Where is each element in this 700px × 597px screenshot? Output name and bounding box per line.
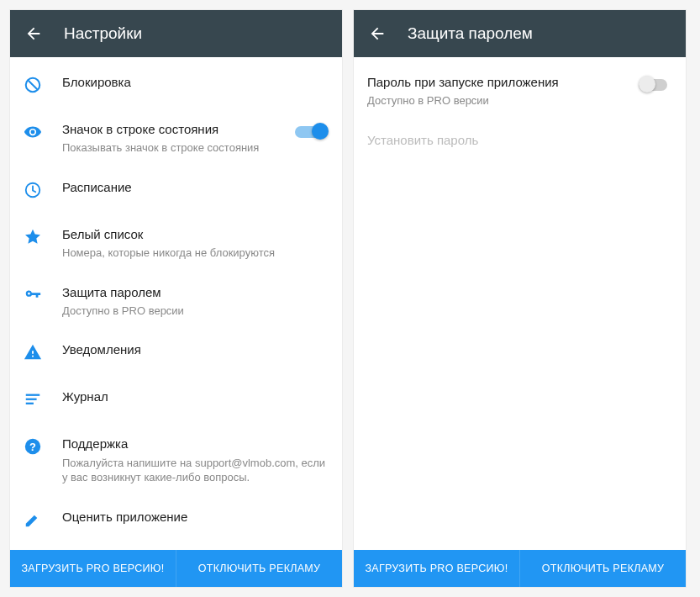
download-pro-button[interactable]: ЗАГРУЗИТЬ PRO ВЕРСИЮ! <box>354 550 520 587</box>
settings-item-log[interactable]: Журнал <box>10 377 342 424</box>
settings-screen: Настройки Блокировка Значок в строке сос… <box>10 10 342 587</box>
arrow-back-icon <box>368 24 387 43</box>
settings-item-label: Белый список <box>62 226 329 243</box>
settings-item-label: Журнал <box>62 388 329 405</box>
settings-item-label: Расписание <box>62 179 329 196</box>
settings-item-sub: Пожалуйста напишите на support@vlmob.com… <box>62 456 329 485</box>
statusbar-icon-switch[interactable] <box>295 123 329 141</box>
settings-item-sub: Доступно в PRO версии <box>62 304 329 319</box>
svg-line-1 <box>29 81 38 90</box>
svg-rect-4 <box>26 399 37 400</box>
settings-item-label: Защита паролем <box>62 284 329 301</box>
clock-icon <box>24 181 42 199</box>
back-button[interactable] <box>367 24 387 44</box>
settings-item-schedule[interactable]: Расписание <box>10 167 342 214</box>
svg-rect-3 <box>26 394 40 396</box>
set-password-row[interactable]: Установить пароль <box>354 120 686 161</box>
row-sub: Доступно в PRO версии <box>367 93 625 108</box>
appbar-title: Защита паролем <box>408 24 533 43</box>
block-icon <box>24 76 42 94</box>
row-title: Установить пароль <box>367 132 672 149</box>
bottom-bar: ЗАГРУЗИТЬ PRO ВЕРСИЮ! ОТКЛЮЧИТЬ РЕКЛАМУ <box>354 550 686 587</box>
appbar-title: Настройки <box>64 24 142 43</box>
password-on-launch-row[interactable]: Пароль при запуске приложения Доступно в… <box>354 62 686 120</box>
settings-item-notifications[interactable]: Уведомления <box>10 330 342 377</box>
appbar: Настройки <box>10 10 342 57</box>
arrow-back-icon <box>24 24 43 43</box>
svg-text:?: ? <box>29 441 36 453</box>
settings-item-statusbar-icon[interactable]: Значок в строке состояния Показывать зна… <box>10 109 342 167</box>
settings-item-rate[interactable]: Оценить приложение <box>10 497 342 544</box>
settings-item-whitelist[interactable]: Белый список Номера, которые никогда не … <box>10 214 342 272</box>
disable-ads-button[interactable]: ОТКЛЮЧИТЬ РЕКЛАМУ <box>520 550 686 587</box>
settings-item-sub: Номера, которые никогда не блокируются <box>62 246 329 261</box>
password-screen: Защита паролем Пароль при запуске прилож… <box>354 10 686 587</box>
settings-item-label: Поддержка <box>62 436 329 452</box>
settings-item-password[interactable]: Защита паролем Доступно в PRO версии <box>10 272 342 330</box>
rate-icon <box>24 510 42 529</box>
disable-ads-button[interactable]: ОТКЛЮЧИТЬ РЕКЛАМУ <box>176 550 342 587</box>
settings-item-support[interactable]: ? Поддержка Пожалуйста напишите на suppo… <box>10 424 342 496</box>
settings-list[interactable]: Блокировка Значок в строке состояния Пок… <box>10 57 342 550</box>
settings-item-sub: Показывать значок в строке состояния <box>62 140 275 156</box>
bottom-bar: ЗАГРУЗИТЬ PRO ВЕРСИЮ! ОТКЛЮЧИТЬ РЕКЛАМУ <box>10 550 342 587</box>
settings-item-label: Оценить приложение <box>62 509 329 526</box>
svg-rect-5 <box>26 403 34 404</box>
back-button[interactable] <box>24 24 44 44</box>
warning-icon <box>24 343 42 362</box>
settings-item-blocking[interactable]: Блокировка <box>10 62 342 109</box>
password-content: Пароль при запуске приложения Доступно в… <box>354 57 686 550</box>
help-icon: ? <box>24 437 42 456</box>
settings-item-label: Значок в строке состояния <box>62 121 275 138</box>
download-pro-button[interactable]: ЗАГРУЗИТЬ PRO ВЕРСИЮ! <box>10 550 176 587</box>
appbar: Защита паролем <box>354 10 686 57</box>
settings-item-label: Блокировка <box>62 74 329 91</box>
eye-icon <box>24 123 42 141</box>
row-title: Пароль при запуске приложения <box>367 74 625 91</box>
lines-icon <box>24 390 42 409</box>
settings-item-label: Уведомления <box>62 341 329 358</box>
password-on-launch-switch[interactable] <box>639 76 672 94</box>
key-icon <box>24 286 42 304</box>
star-icon <box>24 228 42 246</box>
